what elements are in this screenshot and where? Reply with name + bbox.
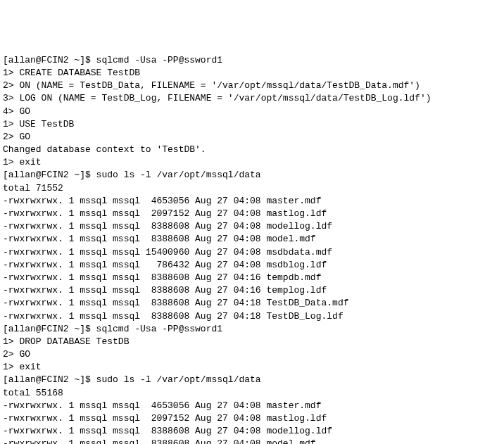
terminal-line: -rwxrwxrwx. 1 mssql mssql 8388608 Aug 27… (3, 233, 501, 246)
terminal-output: [allan@FCIN2 ~]$ sqlcmd -Usa -PP@ssword1… (3, 54, 501, 444)
terminal-line: -rwxrwxrwx. 1 mssql mssql 8388608 Aug 27… (3, 438, 501, 444)
terminal-line: -rwxrwxrwx. 1 mssql mssql 2097152 Aug 27… (3, 208, 501, 220)
terminal-line: 2> GO (3, 348, 501, 361)
terminal-line: total 55168 (3, 387, 501, 400)
terminal-line: [allan@FCIN2 ~]$ sqlcmd -Usa -PP@ssword1 (3, 323, 501, 336)
terminal-line: -rwxrwxrwx. 1 mssql mssql 4653056 Aug 27… (3, 400, 501, 412)
terminal-line: -rwxrwxrwx. 1 mssql mssql 8388608 Aug 27… (3, 284, 501, 297)
terminal-line: -rwxrwxrwx. 1 mssql mssql 8388608 Aug 27… (3, 272, 501, 284)
terminal-line: -rwxrwxrwx. 1 mssql mssql 8388608 Aug 27… (3, 297, 501, 310)
terminal-line: 1> exit (3, 361, 501, 374)
terminal-line: -rwxrwxrwx. 1 mssql mssql 8388608 Aug 27… (3, 425, 501, 438)
terminal-line: -rwxrwxrwx. 1 mssql mssql 15400960 Aug 2… (3, 246, 501, 259)
terminal-line: [allan@FCIN2 ~]$ sudo ls -l /var/opt/mss… (3, 374, 501, 386)
terminal-line: 2> ON (NAME = TestDB_Data, FILENAME = '/… (3, 80, 501, 92)
terminal-line: -rwxrwxrwx. 1 mssql mssql 4653056 Aug 27… (3, 195, 501, 208)
terminal-line: 1> exit (3, 156, 501, 169)
terminal-line: 2> GO (3, 131, 501, 144)
terminal-line: 1> CREATE DATABASE TestDB (3, 67, 501, 80)
terminal-line: 4> GO (3, 106, 501, 118)
terminal-line: -rwxrwxrwx. 1 mssql mssql 8388608 Aug 27… (3, 310, 501, 323)
terminal-line: [allan@FCIN2 ~]$ sudo ls -l /var/opt/mss… (3, 169, 501, 182)
terminal-line: -rwxrwxrwx. 1 mssql mssql 8388608 Aug 27… (3, 220, 501, 233)
terminal-line: [allan@FCIN2 ~]$ sqlcmd -Usa -PP@ssword1 (3, 54, 501, 67)
terminal-line: -rwxrwxrwx. 1 mssql mssql 2097152 Aug 27… (3, 412, 501, 425)
terminal-line: -rwxrwxrwx. 1 mssql mssql 786432 Aug 27 … (3, 259, 501, 272)
terminal-line: 1> USE TestDB (3, 118, 501, 131)
terminal-line: Changed database context to 'TestDB'. (3, 144, 501, 156)
terminal-line: 3> LOG ON (NAME = TestDB_Log, FILENAME =… (3, 92, 501, 105)
terminal-line: total 71552 (3, 182, 501, 195)
terminal-line: 1> DROP DATABASE TestDB (3, 336, 501, 348)
